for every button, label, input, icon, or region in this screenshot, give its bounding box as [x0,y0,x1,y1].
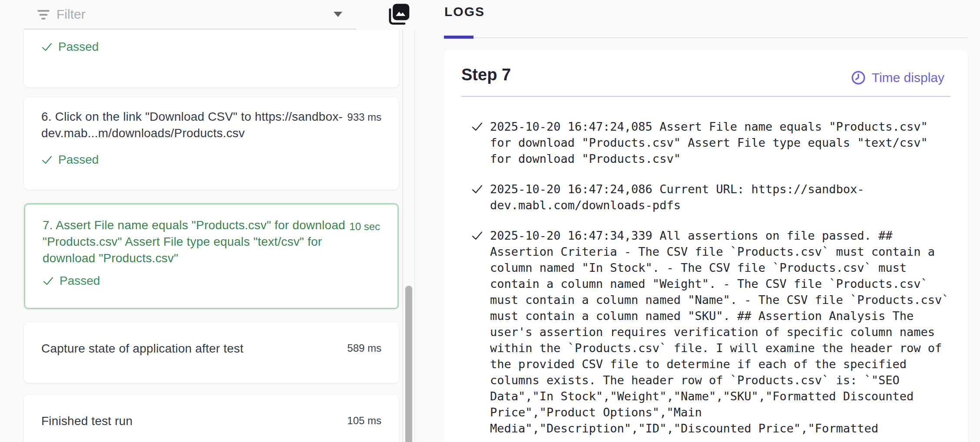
log-entry: 2025-10-20 16:47:24,086 Current URL: htt… [471,181,958,213]
log-list: 2025-10-20 16:47:24,085 Assert File name… [471,119,958,436]
step-detail-card: Step 7 Time display 2025-10-20 16:47:24,… [444,50,968,442]
tab-bar-track [444,37,968,38]
filter-underline [24,29,356,30]
test-run-output-screen: mabl.mp4 Passed 6. Click on the link "Do… [0,0,980,442]
active-tab-indicator [444,36,473,39]
step-duration: 589 ms [347,342,381,354]
tab-logs[interactable]: LOGS [444,4,485,19]
step-card-title: 7. Assert File name equals "Products.csv… [43,217,351,267]
log-entry: 2025-10-20 16:47:24,085 Assert File name… [471,119,958,167]
steps-filter-bar [0,0,417,30]
step-card-title: Capture state of application after test [41,340,350,357]
panel-divider [402,30,403,442]
step-status: Passed [43,274,100,288]
images-stack-icon [385,1,413,28]
status-label: Passed [58,153,99,167]
step-status: Passed [41,40,99,54]
time-display-label: Time display [872,70,944,85]
check-icon [471,230,483,241]
log-entry-text: 2025-10-20 16:47:24,085 Assert File name… [490,119,951,167]
time-display-button[interactable]: Time display [851,70,944,86]
filter-input[interactable] [56,4,317,24]
step-card-finished[interactable]: Finished test run 105 ms [24,395,399,442]
check-icon [471,121,483,132]
status-label: Passed [60,274,100,288]
step-duration: 933 ms [347,111,381,123]
check-icon [471,183,483,195]
step-card-6[interactable]: 6. Click on the link "Download CSV" to h… [24,97,399,190]
filter-icon [37,9,50,20]
log-entry: 2025-10-20 16:47:34,339 All assertions o… [471,228,958,436]
check-icon [41,41,53,53]
scrollbar-thumb[interactable] [405,286,412,442]
step-card-title: 6. Click on the link "Download CSV" to h… [41,109,350,142]
step-duration: 105 ms [347,415,381,427]
clock-icon [851,70,866,86]
check-icon [41,154,53,165]
logs-panel: LOGS Step 7 Time display 2025-10-20 16:4… [415,0,980,442]
step-card-title: Finished test run [41,413,350,429]
log-entry-text: 2025-10-20 16:47:34,339 All assertions o… [490,228,951,436]
step-title: Step 7 [461,66,511,84]
status-label: Passed [58,40,99,54]
check-icon [43,275,54,287]
step-status: Passed [41,153,99,167]
toggle-screenshots-button[interactable] [383,0,414,30]
step-card-capture-state[interactable]: Capture state of application after test … [24,322,399,383]
steps-panel: mabl.mp4 Passed 6. Click on the link "Do… [0,0,417,442]
chevron-down-icon[interactable] [334,12,342,17]
log-entry-text: 2025-10-20 16:47:24,086 Current URL: htt… [490,181,951,213]
step-header-divider [461,96,950,97]
step-card-7-selected[interactable]: 7. Assert File name equals "Products.csv… [24,203,399,309]
step-duration: 10 sec [349,221,380,233]
